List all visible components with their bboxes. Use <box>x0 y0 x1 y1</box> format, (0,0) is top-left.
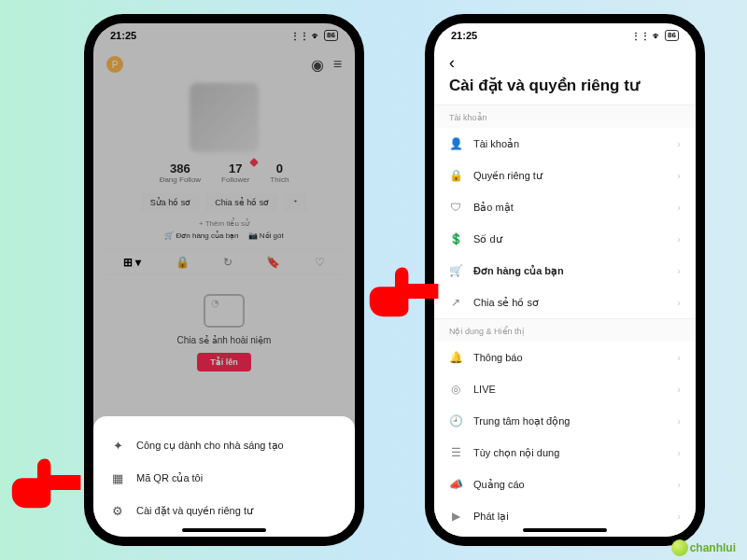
instruction-pointer-right <box>365 264 440 318</box>
bell-icon: 🔔 <box>449 351 462 364</box>
instruction-pointer-left <box>7 455 82 510</box>
home-indicator[interactable] <box>182 528 266 532</box>
chevron-right-icon: › <box>677 415 681 427</box>
chevron-right-icon: › <box>677 479 681 490</box>
section-account: Tài khoản <box>434 105 696 128</box>
bottom-sheet: ✦ Công cụ dành cho nhà sáng tạo ▦ Mã QR … <box>93 416 355 537</box>
battery-indicator: 86 <box>665 30 679 41</box>
chevron-right-icon: › <box>677 233 681 245</box>
lime-icon <box>671 539 688 556</box>
settings-item-account[interactable]: 👤 Tài khoản › <box>434 128 696 160</box>
chevron-right-icon: › <box>677 202 681 213</box>
settings-item-playback[interactable]: ▶ Phát lại › <box>434 500 696 532</box>
phone-frame-right: 21:25 ⋮⋮ ᯤ 86 ‹ Cài đặt và quyền riêng t… <box>425 14 705 546</box>
status-time: 21:25 <box>451 30 477 41</box>
section-content-display: Nội dung & Hiển thị <box>434 318 696 342</box>
shield-icon: 🛡 <box>449 201 462 214</box>
chevron-right-icon: › <box>677 352 681 363</box>
page-title: Cài đặt và quyền riêng tư <box>449 76 681 95</box>
chevron-right-icon: › <box>677 138 681 149</box>
chevron-right-icon: › <box>677 297 681 308</box>
live-icon: ◎ <box>449 383 462 396</box>
person-icon: 👤 <box>449 137 462 150</box>
settings-item-live[interactable]: ◎ LIVE › <box>434 373 696 405</box>
chevron-right-icon: › <box>677 384 681 395</box>
status-indicators: ⋮⋮ ᯤ 86 <box>631 30 679 41</box>
sheet-label: Công cụ dành cho nhà sáng tạo <box>136 440 284 452</box>
wifi-icon: ᯤ <box>653 31 662 41</box>
settings-list[interactable]: Tài khoản 👤 Tài khoản › 🔒 Quyền riêng tư… <box>434 105 696 537</box>
screen-right: 21:25 ⋮⋮ ᯤ 86 ‹ Cài đặt và quyền riêng t… <box>434 23 696 537</box>
megaphone-icon: 📣 <box>449 478 462 491</box>
settings-item-balance[interactable]: 💲 Số dư › <box>434 223 696 255</box>
settings-item-share-profile[interactable]: ↗ Chia sẻ hồ sơ › <box>434 287 696 318</box>
screen-left: 21:25 ⋮⋮ ᯤ 86 P ◉ ≡ 386 Đang Follow <box>93 23 355 537</box>
sheet-label: Mã QR của tôi <box>136 472 203 484</box>
sheet-item-my-qr[interactable]: ▦ Mã QR của tôi <box>108 462 340 495</box>
chevron-right-icon: › <box>677 447 681 458</box>
sheet-label: Cài đặt và quyền riêng tư <box>136 505 253 517</box>
statusbar: 21:25 ⋮⋮ ᯤ 86 <box>434 23 696 48</box>
signal-icon: ⋮⋮ <box>631 31 650 41</box>
sheet-item-settings-privacy[interactable]: ⚙ Cài đặt và quyền riêng tư <box>108 495 340 527</box>
play-icon: ▶ <box>449 510 462 523</box>
gear-icon: ⚙ <box>110 504 125 518</box>
qr-icon: ▦ <box>110 471 125 485</box>
settings-item-notifications[interactable]: 🔔 Thông báo › <box>434 342 696 373</box>
chevron-right-icon: › <box>677 265 681 276</box>
settings-item-privacy[interactable]: 🔒 Quyền riêng tư › <box>434 160 696 191</box>
lock-icon: 🔒 <box>449 169 462 182</box>
cart-icon: 🛒 <box>449 264 462 277</box>
chevron-right-icon: › <box>677 170 681 181</box>
sliders-icon: ☰ <box>449 446 462 459</box>
share-icon: ↗ <box>449 296 462 309</box>
watermark: chanhlui <box>671 539 736 556</box>
home-indicator[interactable] <box>523 528 607 532</box>
chevron-right-icon: › <box>677 511 681 522</box>
phone-frame-left: 21:25 ⋮⋮ ᯤ 86 P ◉ ≡ 386 Đang Follow <box>84 14 364 546</box>
creator-tools-icon: ✦ <box>110 439 125 453</box>
settings-item-ads[interactable]: 📣 Quảng cáo › <box>434 469 696 500</box>
clock-icon: 🕘 <box>449 414 462 427</box>
settings-item-security[interactable]: 🛡 Bảo mật › <box>434 191 696 223</box>
settings-item-content-prefs[interactable]: ☰ Tùy chọn nội dung › <box>434 437 696 469</box>
settings-item-orders[interactable]: 🛒 Đơn hàng của bạn › <box>434 255 696 287</box>
wallet-icon: 💲 <box>449 232 462 245</box>
settings-item-activity-center[interactable]: 🕘 Trung tâm hoạt động › <box>434 405 696 437</box>
back-button[interactable]: ‹ <box>449 53 455 73</box>
sheet-item-creator-tools[interactable]: ✦ Công cụ dành cho nhà sáng tạo <box>108 429 340 462</box>
